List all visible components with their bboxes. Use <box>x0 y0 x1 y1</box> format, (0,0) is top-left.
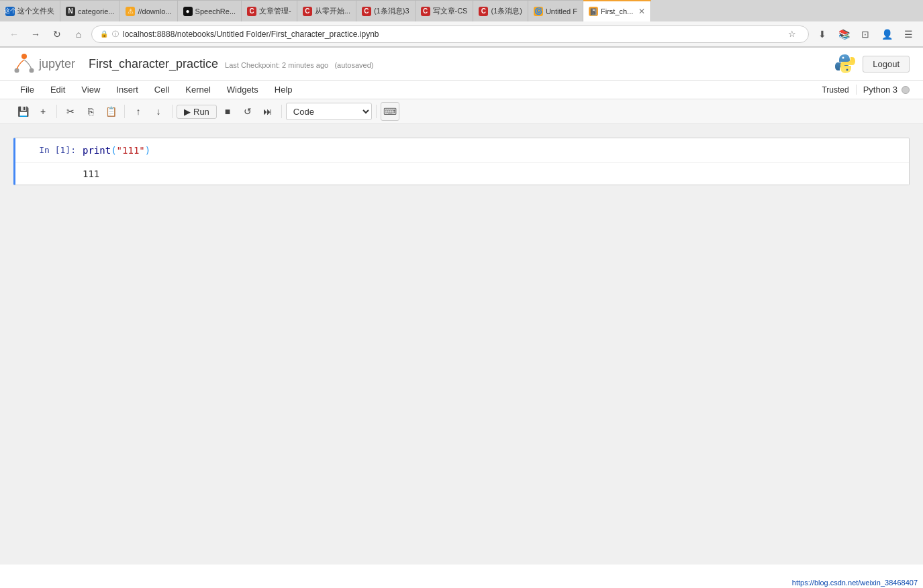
jupyter-logo: jupyter <box>13 53 75 75</box>
tab-favicon-8: C <box>421 7 430 16</box>
code-function: print <box>83 145 111 156</box>
kernel-info: Python 3 <box>856 85 910 95</box>
status-bar: https://blog.csdn.net/weixin_38468407 <box>787 577 923 588</box>
cut-button[interactable]: ✂ <box>61 102 80 121</box>
python-logo-icon <box>834 53 856 75</box>
svg-point-0 <box>21 54 27 59</box>
tab-favicon-7: C <box>362 7 371 16</box>
cell-type-select[interactable]: Code Markdown Raw NBConvert Heading <box>286 103 372 120</box>
tab-title-10: Untitled F <box>546 7 577 15</box>
account-button[interactable]: 👤 <box>877 25 896 44</box>
home-button[interactable]: ⌂ <box>70 26 87 43</box>
save-button[interactable]: 💾 <box>13 102 32 121</box>
menu-file[interactable]: File <box>13 82 41 97</box>
tab-8[interactable]: C 写文章-CS <box>416 0 474 21</box>
download-button[interactable]: ⬇ <box>813 25 832 44</box>
tab-title-3: //downlo... <box>138 7 171 15</box>
cell-output-1: 111 <box>15 162 909 185</box>
cell-output-prompt-1 <box>15 163 83 185</box>
tab-1[interactable]: 这个 这个文件夹 <box>0 0 60 21</box>
tab-11[interactable]: 📓 First_ch... ✕ <box>583 0 651 21</box>
tab-9[interactable]: C (1条消息) <box>473 0 528 21</box>
jupyter-logo-text: jupyter <box>39 57 75 71</box>
jupyter-header-right: Logout <box>834 53 910 75</box>
url-text: localhost:8888/notebooks/Untitled Folder… <box>123 30 780 39</box>
bookmark-icon[interactable]: ☆ <box>784 26 800 42</box>
toolbar-separator-2 <box>124 105 125 118</box>
toolbar-separator-3 <box>172 105 173 118</box>
right-controls: ⬇ 📚 ⊡ 👤 ☰ <box>813 25 918 44</box>
tab-4[interactable]: ● SpeechRe... <box>178 0 242 21</box>
cell-prompt-in-1: In [1]: <box>15 138 83 162</box>
tab-favicon-4: ● <box>183 7 193 16</box>
cell-content-1: In [1]: print("111") <box>15 138 909 162</box>
tab-5[interactable]: C 文章管理- <box>242 0 297 21</box>
kernel-status-circle <box>902 86 910 94</box>
menu-view[interactable]: View <box>75 82 107 97</box>
tab-2[interactable]: N categorie... <box>60 0 120 21</box>
menu-right: Trusted Python 3 <box>822 85 910 95</box>
tab-title-1: 这个文件夹 <box>17 6 54 16</box>
checkpoint-info: Last Checkpoint: 2 minutes ago (autosave… <box>225 61 373 69</box>
tab-favicon-6: C <box>303 7 312 16</box>
menu-insert[interactable]: Insert <box>109 82 145 97</box>
tab-close-11[interactable]: ✕ <box>638 7 645 16</box>
menu-cell[interactable]: Cell <box>148 82 176 97</box>
checkpoint-text: Last Checkpoint: 2 minutes ago <box>225 61 328 69</box>
cell-code-1: print("111") <box>83 145 150 156</box>
restart-run-button[interactable]: ⏭ <box>258 102 277 121</box>
cell-input-1[interactable]: print("111") <box>83 138 909 162</box>
jupyter-header: jupyter First_character_practice Last Ch… <box>0 48 923 81</box>
svg-point-4 <box>846 69 848 71</box>
address-bar: ← → ↻ ⌂ 🔒 ⓘ localhost:8888/notebooks/Unt… <box>0 21 923 47</box>
run-button[interactable]: ▶ Run <box>177 105 217 119</box>
code-paren-close: ) <box>145 145 150 156</box>
tab-10[interactable]: 🌀 Untitled F <box>528 0 583 21</box>
tab-title-9: (1条消息) <box>491 6 522 16</box>
menu-edit[interactable]: Edit <box>44 82 72 97</box>
svg-point-3 <box>842 57 844 59</box>
menu-widgets[interactable]: Widgets <box>220 82 265 97</box>
stop-button[interactable]: ■ <box>218 102 237 121</box>
move-down-button[interactable]: ↓ <box>149 102 168 121</box>
menu-button[interactable]: ☰ <box>899 25 918 44</box>
tab-favicon-5: C <box>247 7 256 16</box>
url-security-icon: ⓘ <box>112 30 119 39</box>
jupyter-notebook-title: First_character_practice Last Checkpoint… <box>89 57 834 71</box>
split-view-button[interactable]: ⊡ <box>856 25 875 44</box>
forward-button[interactable]: → <box>27 26 44 43</box>
tab-title-2: categorie... <box>78 7 114 15</box>
browser-chrome: 这个 这个文件夹 N categorie... ⚠ //downlo... ● … <box>0 0 923 48</box>
checkpoint-status: (autosaved) <box>334 61 373 69</box>
tab-6[interactable]: C 从零开始... <box>297 0 356 21</box>
run-label: Run <box>193 107 209 117</box>
cell-output-content-1: 111 <box>83 163 909 185</box>
tab-favicon-2: N <box>66 7 75 16</box>
toolbar-separator-5 <box>376 105 377 118</box>
back-button[interactable]: ← <box>5 26 23 43</box>
collections-button[interactable]: 📚 <box>834 25 853 44</box>
move-up-button[interactable]: ↑ <box>129 102 148 121</box>
url-bar[interactable]: 🔒 ⓘ localhost:8888/notebooks/Untitled Fo… <box>91 26 809 43</box>
add-cell-button[interactable]: + <box>34 102 52 121</box>
kernel-name: Python 3 <box>863 85 897 95</box>
code-cell-1[interactable]: In [1]: print("111") 111 <box>13 138 910 185</box>
jupyter-container: jupyter First_character_practice Last Ch… <box>0 48 923 588</box>
tab-7[interactable]: C (1条消息)3 <box>356 0 416 21</box>
copy-button[interactable]: ⎘ <box>81 102 100 121</box>
keyboard-button[interactable]: ⌨ <box>381 102 399 121</box>
tab-title-4: SpeechRe... <box>195 7 236 15</box>
notebook-name[interactable]: First_character_practice <box>89 57 218 71</box>
restart-button[interactable]: ↺ <box>238 102 257 121</box>
toolbar-separator-1 <box>56 105 57 118</box>
lock-icon: 🔒 <box>100 30 108 38</box>
tab-3[interactable]: ⚠ //downlo... <box>120 0 177 21</box>
trusted-badge: Trusted <box>822 85 848 95</box>
tab-favicon-9: C <box>479 7 488 16</box>
menu-kernel[interactable]: Kernel <box>179 82 217 97</box>
paste-button[interactable]: 📋 <box>101 102 120 121</box>
menu-help[interactable]: Help <box>268 82 299 97</box>
logout-button[interactable]: Logout <box>863 56 910 72</box>
reload-button[interactable]: ↻ <box>48 26 66 43</box>
tab-title-6: 从零开始... <box>315 6 350 16</box>
